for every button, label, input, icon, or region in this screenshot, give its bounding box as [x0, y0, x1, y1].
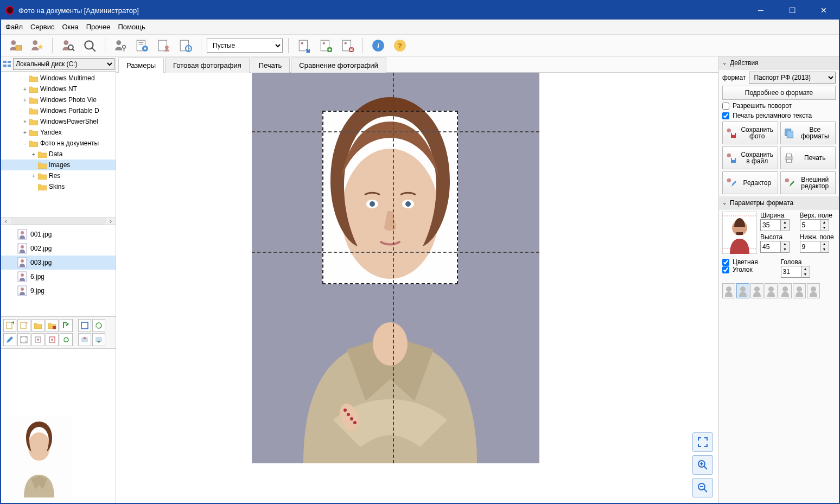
tree-item[interactable]: +WindowsPowerShel [1, 116, 116, 127]
mini-add-file-icon[interactable]: + [3, 319, 16, 332]
zoom-in-icon[interactable] [692, 455, 713, 475]
crop-option-7[interactable] [807, 283, 820, 298]
tree-item[interactable]: Images [1, 160, 116, 170]
corner-checkbox[interactable]: Уголок [722, 266, 778, 273]
params-header[interactable]: ⌄Параметры формата [719, 196, 839, 209]
bottom-margin-input[interactable]: ▲▼ [800, 241, 836, 253]
file-list[interactable]: 001.jpg002.jpg003.jpg6.jpg9.jpg [1, 225, 116, 317]
format-details-button[interactable]: Подробнее о формате [722, 86, 836, 100]
tool-person-star-icon[interactable] [27, 36, 47, 55]
tool-doc-arrow-icon[interactable] [294, 36, 314, 55]
mini-folder-icon[interactable] [31, 319, 44, 332]
tool-doc-add-icon[interactable] [316, 36, 335, 55]
svg-point-3 [63, 40, 68, 45]
toolbar-dropdown[interactable]: Пустые [207, 39, 283, 53]
tool-help-icon[interactable]: ? [390, 36, 410, 55]
app-window: Фото на документы [Администратор] ─ ☐ ✕ … [0, 0, 840, 504]
print-ad-checkbox[interactable]: Печать рекламного текста [722, 112, 836, 119]
file-item[interactable]: 001.jpg [1, 227, 116, 241]
tool-info-icon[interactable]: i [368, 36, 388, 55]
mini-redcrop-icon[interactable] [46, 333, 59, 346]
maximize-button[interactable]: ☐ [781, 3, 803, 18]
crop-option-2[interactable] [736, 283, 749, 298]
menu-service[interactable]: Сервис [30, 23, 55, 31]
drive-select[interactable]: Локальный диск (C:) [13, 58, 114, 70]
tree-item[interactable]: Windows Multimed [1, 73, 116, 84]
tree-item[interactable]: Skins [1, 181, 116, 192]
height-input[interactable]: ▲▼ [760, 241, 797, 253]
crop-option-1[interactable] [722, 283, 735, 298]
menu-windows[interactable]: Окна [62, 23, 79, 31]
tool-person-search-icon[interactable] [58, 36, 78, 55]
tool-person-folder-icon[interactable] [5, 36, 25, 55]
top-margin-input[interactable]: ▲▼ [800, 219, 836, 231]
tool-list-person-icon[interactable] [154, 36, 174, 55]
mini-fit-icon[interactable] [17, 333, 30, 346]
tree-item[interactable]: +Windows NT [1, 84, 116, 94]
color-checkbox[interactable]: Цветная [722, 258, 778, 266]
svg-point-25 [323, 42, 325, 44]
editor-button[interactable]: Редактор [722, 171, 778, 194]
svg-point-106 [754, 286, 760, 292]
allow-rotate-checkbox[interactable]: Разрешить поворот [722, 102, 836, 110]
width-input[interactable]: ▲▼ [760, 219, 797, 231]
crop-option-5[interactable] [779, 283, 792, 298]
tree-item[interactable]: +Yandex [1, 127, 116, 138]
menu-help[interactable]: Помощь [118, 23, 145, 31]
tab-ready-photo[interactable]: Готовая фотография [165, 58, 250, 73]
tab-print[interactable]: Печать [251, 58, 290, 73]
tree-item[interactable]: Windows Portable D [1, 105, 116, 116]
svg-rect-40 [3, 65, 7, 67]
format-select[interactable]: Паспорт РФ (2013) [749, 72, 836, 84]
save-file-button[interactable]: Сохранить в файл [722, 146, 778, 169]
tool-list-gear-icon[interactable] [132, 36, 152, 55]
tool-zoom-icon[interactable] [80, 36, 99, 55]
file-item[interactable]: 6.jpg [1, 270, 116, 284]
tree-hscroll[interactable]: ‹› [1, 217, 116, 225]
tree-item[interactable]: +Windows Photo Vie [1, 94, 116, 105]
close-button[interactable]: ✕ [813, 3, 835, 18]
mini-export-icon[interactable] [60, 319, 73, 332]
crop-option-3[interactable] [750, 283, 763, 298]
window-title: Фото на документы [Администратор] [18, 7, 750, 15]
menu-file[interactable]: Файл [5, 23, 23, 31]
drive-list-icon[interactable] [2, 59, 12, 69]
file-item[interactable]: 002.jpg [1, 241, 116, 256]
tree-item[interactable]: +Data [1, 149, 116, 160]
file-item[interactable]: 9.jpg [1, 284, 116, 298]
save-photo-button[interactable]: Сохранить фото [722, 122, 778, 144]
actions-header[interactable]: ⌄Действия [719, 56, 839, 69]
mini-edit-icon[interactable] [3, 333, 16, 346]
tool-list-clock-icon[interactable] [176, 36, 195, 55]
minimize-button[interactable]: ─ [750, 3, 772, 18]
all-formats-button[interactable]: Все форматы [780, 122, 836, 144]
zoom-out-icon[interactable] [692, 478, 713, 497]
mini-img-down-icon[interactable] [92, 333, 105, 346]
main-toolbar: Пустые i ? [1, 35, 839, 56]
tool-doc-delete-icon[interactable] [338, 36, 357, 55]
mini-frame-icon[interactable] [78, 319, 91, 332]
external-editor-button[interactable]: Внешний редактор [780, 171, 836, 194]
mini-img-up-icon[interactable] [78, 333, 91, 346]
photo-canvas[interactable] [116, 73, 718, 503]
folder-tree[interactable]: Windows Multimed+Windows NT+Windows Phot… [1, 72, 116, 217]
head-input[interactable]: ▲▼ [781, 266, 836, 278]
tab-sizes[interactable]: Размеры [118, 58, 164, 73]
mini-rotate-icon[interactable] [92, 319, 105, 332]
file-item[interactable]: 003.jpg [1, 256, 116, 270]
mini-remove-file-icon[interactable]: − [17, 319, 30, 332]
mini-folder2-icon[interactable] [46, 319, 59, 332]
crop-option-6[interactable] [793, 283, 806, 298]
crop-option-4[interactable] [765, 283, 778, 298]
print-button[interactable]: Печать [780, 146, 836, 169]
tab-compare[interactable]: Сравнение фотографий [291, 58, 386, 73]
tree-item[interactable]: -Фото на документы [1, 138, 116, 149]
chevron-down-icon: ⌄ [722, 60, 727, 66]
menu-other[interactable]: Прочее [86, 23, 111, 31]
mini-refresh-icon[interactable] [60, 333, 73, 346]
tree-item[interactable]: +Res [1, 170, 116, 181]
tool-person-key-icon[interactable] [111, 36, 130, 55]
mini-crop-icon[interactable] [31, 333, 44, 346]
crop-frame[interactable] [322, 111, 458, 284]
fit-screen-icon[interactable] [692, 432, 713, 452]
